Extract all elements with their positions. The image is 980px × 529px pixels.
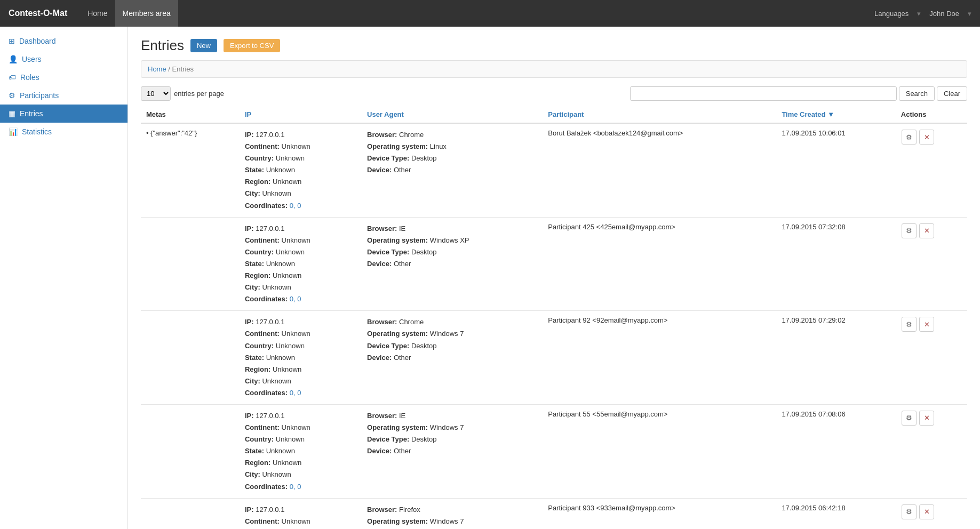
- edit-button[interactable]: ⚙: [902, 130, 917, 145]
- sidebar-item-users[interactable]: 👤 Users: [0, 50, 128, 68]
- top-nav-right: Languages ▾ John Doe ▾: [874, 10, 971, 18]
- toolbar-row: 10 25 50 100 entries per page Search Cle…: [141, 86, 967, 101]
- ua-cell: Browser: Chrome Operating system: Linux …: [362, 123, 543, 217]
- breadcrumb-current: Entries: [172, 65, 194, 73]
- sidebar-item-dashboard[interactable]: ⊞ Dashboard: [0, 32, 128, 50]
- main-content: Entries New Export to CSV Home / Entries…: [128, 27, 980, 529]
- sidebar-item-entries[interactable]: ▦ Entries: [0, 105, 128, 123]
- delete-button[interactable]: ✕: [919, 223, 934, 238]
- per-page-group: 10 25 50 100 entries per page: [141, 86, 224, 101]
- table-row: • {"answer":"42"} IP: 127.0.0.1 Continen…: [141, 123, 967, 217]
- participant-cell: Participant 425 <425email@myapp.com>: [543, 217, 776, 311]
- brand: Contest-O-Mat: [9, 9, 67, 18]
- metas-cell: [141, 404, 240, 498]
- ip-block: IP: 127.0.0.1 Continent: Unknown Country…: [245, 129, 356, 212]
- sidebar-item-roles[interactable]: 🏷 Roles: [0, 68, 128, 86]
- ua-block: Browser: Chrome Operating system: Window…: [367, 316, 537, 363]
- sidebar-label-users: Users: [22, 55, 42, 63]
- per-page-label: entries per page: [174, 90, 224, 98]
- metas-cell: [141, 217, 240, 311]
- top-nav: Contest-O-Mat Home Members area Language…: [0, 0, 980, 27]
- edit-button[interactable]: ⚙: [902, 317, 917, 332]
- breadcrumb: Home / Entries: [141, 60, 967, 78]
- ip-block: IP: 127.0.0.1 Continent: Unknown Country…: [245, 316, 356, 399]
- actions-cell: ⚙ ✕: [896, 404, 967, 498]
- sidebar-label-dashboard: Dashboard: [19, 37, 56, 45]
- actions-cell: ⚙ ✕: [896, 123, 967, 217]
- sidebar-label-participants: Participants: [20, 91, 59, 100]
- search-button[interactable]: Search: [899, 86, 935, 101]
- participants-icon: ⚙: [9, 91, 15, 100]
- metas-cell: [141, 311, 240, 405]
- per-page-select[interactable]: 10 25 50 100: [141, 86, 171, 101]
- metas-cell: [141, 498, 240, 529]
- coord-link[interactable]: 0, 0: [290, 483, 301, 491]
- table-row: IP: 127.0.0.1 Continent: Unknown Country…: [141, 498, 967, 529]
- ip-cell: IP: 127.0.0.1 Continent: Unknown Country…: [240, 498, 362, 529]
- users-icon: 👤: [9, 55, 18, 63]
- page-title: Entries: [141, 37, 184, 54]
- ip-block: IP: 127.0.0.1 Continent: Unknown Country…: [245, 410, 356, 493]
- ua-cell: Browser: IE Operating system: Windows XP…: [362, 217, 543, 311]
- sidebar-item-participants[interactable]: ⚙ Participants: [0, 86, 128, 105]
- metas-value: • {"answer":"42"}: [146, 129, 197, 137]
- search-input[interactable]: [630, 86, 897, 101]
- edit-button[interactable]: ⚙: [902, 504, 917, 519]
- ip-cell: IP: 127.0.0.1 Continent: Unknown Country…: [240, 311, 362, 405]
- table-row: IP: 127.0.0.1 Continent: Unknown Country…: [141, 217, 967, 311]
- delete-button[interactable]: ✕: [919, 130, 934, 145]
- nav-home[interactable]: Home: [80, 0, 115, 27]
- participant-cell: Participant 933 <933email@myapp.com>: [543, 498, 776, 529]
- metas-cell: • {"answer":"42"}: [141, 123, 240, 217]
- participant-cell: Participant 55 <55email@myapp.com>: [543, 404, 776, 498]
- delete-button[interactable]: ✕: [919, 317, 934, 332]
- coord-link[interactable]: 0, 0: [290, 295, 301, 303]
- time-created-cell: 17.09.2015 10:06:01: [776, 123, 895, 217]
- time-created-cell: 17.09.2015 07:32:08: [776, 217, 895, 311]
- page-header: Entries New Export to CSV: [141, 37, 967, 54]
- edit-button[interactable]: ⚙: [902, 223, 917, 238]
- ua-cell: Browser: Chrome Operating system: Window…: [362, 311, 543, 405]
- ip-block: IP: 127.0.0.1 Continent: Unknown Country…: [245, 223, 356, 306]
- delete-button[interactable]: ✕: [919, 411, 934, 426]
- clear-button[interactable]: Clear: [937, 86, 967, 101]
- breadcrumb-home[interactable]: Home: [148, 65, 166, 73]
- actions-cell: ⚙ ✕: [896, 311, 967, 405]
- col-user-agent: User Agent: [362, 106, 543, 123]
- dashboard-icon: ⊞: [9, 37, 15, 45]
- ua-block: Browser: IE Operating system: Windows 7 …: [367, 410, 537, 457]
- new-button[interactable]: New: [190, 39, 217, 52]
- entries-icon: ▦: [9, 109, 15, 118]
- coord-link[interactable]: 0, 0: [290, 389, 301, 397]
- actions-cell: ⚙ ✕: [896, 217, 967, 311]
- ua-cell: Browser: Firefox Operating system: Windo…: [362, 498, 543, 529]
- col-time-created[interactable]: Time Created ▼: [776, 106, 895, 123]
- time-created-cell: 17.09.2015 07:29:02: [776, 311, 895, 405]
- export-csv-button[interactable]: Export to CSV: [224, 39, 280, 52]
- ua-block: Browser: Chrome Operating system: Linux …: [367, 129, 537, 176]
- user-menu[interactable]: John Doe: [929, 10, 959, 18]
- languages-dropdown[interactable]: Languages: [874, 10, 909, 18]
- sidebar-label-statistics: Statistics: [22, 127, 52, 136]
- search-group: Search Clear: [630, 86, 967, 101]
- ua-cell: Browser: IE Operating system: Windows 7 …: [362, 404, 543, 498]
- sidebar: ⊞ Dashboard 👤 Users 🏷 Roles ⚙ Participan…: [0, 27, 128, 529]
- breadcrumb-separator: /: [168, 65, 172, 73]
- time-created-cell: 17.09.2015 07:08:06: [776, 404, 895, 498]
- sidebar-label-roles: Roles: [20, 73, 39, 82]
- col-actions: Actions: [896, 106, 967, 123]
- col-ip: IP: [240, 106, 362, 123]
- ip-block: IP: 127.0.0.1 Continent: Unknown Country…: [245, 504, 356, 529]
- nav-members-area[interactable]: Members area: [115, 0, 178, 27]
- col-participant: Participant: [543, 106, 776, 123]
- table-header-row: Metas IP User Agent Participant Time Cre…: [141, 106, 967, 123]
- coord-link[interactable]: 0, 0: [290, 202, 301, 210]
- statistics-icon: 📊: [9, 127, 18, 136]
- delete-button[interactable]: ✕: [919, 504, 934, 519]
- edit-button[interactable]: ⚙: [902, 411, 917, 426]
- table-row: IP: 127.0.0.1 Continent: Unknown Country…: [141, 311, 967, 405]
- ip-cell: IP: 127.0.0.1 Continent: Unknown Country…: [240, 123, 362, 217]
- sidebar-item-statistics[interactable]: 📊 Statistics: [0, 123, 128, 141]
- time-created-cell: 17.09.2015 06:42:18: [776, 498, 895, 529]
- ua-block: Browser: IE Operating system: Windows XP…: [367, 223, 537, 270]
